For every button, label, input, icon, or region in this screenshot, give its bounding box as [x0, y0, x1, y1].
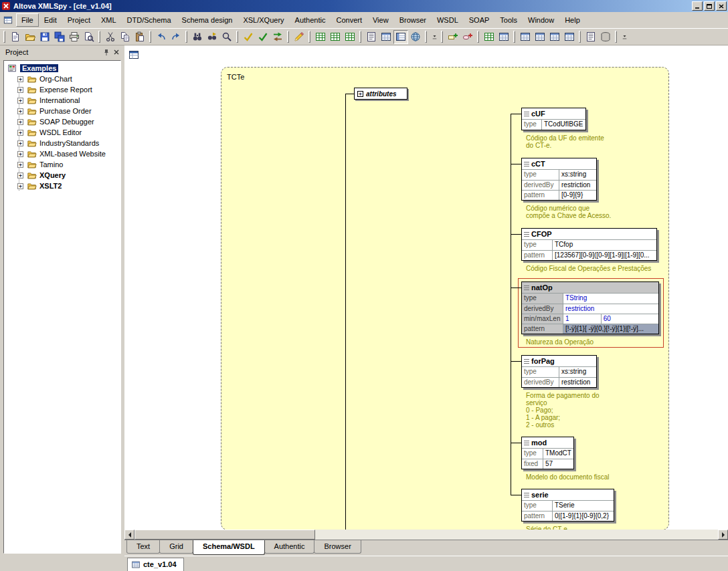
print-button[interactable] — [67, 30, 82, 44]
menu-xsl-xquery[interactable]: XSL/XQuery — [238, 13, 289, 27]
expand-grid-button[interactable] — [518, 30, 533, 44]
schema-view-button[interactable] — [393, 30, 408, 44]
tree-item-org-chart[interactable]: Org-Chart — [5, 74, 120, 84]
element-cUF[interactable]: cUFtypeTCodUfIBGE — [521, 108, 586, 130]
expand-icon[interactable] — [17, 119, 23, 125]
menu-convert[interactable]: Convert — [331, 13, 367, 27]
menu-wsdl[interactable]: WSDL — [432, 13, 464, 27]
close-panel-button[interactable] — [111, 47, 121, 57]
menu-xml[interactable]: XML — [96, 13, 122, 27]
browser-view-button[interactable] — [408, 30, 423, 44]
menu-schema-design[interactable]: Schema design — [177, 13, 238, 27]
add-element-button[interactable] — [446, 30, 460, 44]
expand-icon[interactable] — [17, 87, 23, 93]
horizontal-scrollbar[interactable] — [124, 530, 728, 540]
save-all-button[interactable] — [52, 30, 67, 44]
close-button[interactable] — [716, 1, 727, 11]
expand-icon[interactable] — [17, 140, 23, 146]
view-tab-browser[interactable]: Browser — [314, 540, 361, 554]
add-attribute-button[interactable] — [460, 30, 475, 44]
insert-row-button[interactable] — [313, 30, 328, 44]
element-cCT[interactable]: cCTtypexs:stringderivedByrestrictionpatt… — [521, 158, 597, 201]
element-CFOP[interactable]: CFOPtypeTCfoppattern[123567][0-9]([0-9][… — [521, 228, 657, 261]
expand-attributes-icon[interactable] — [357, 91, 363, 97]
schema-window-button[interactable] — [126, 47, 141, 62]
scrollbar-thumb[interactable] — [134, 530, 315, 540]
redo-button[interactable] — [169, 30, 183, 44]
collapse-grid-button[interactable] — [533, 30, 547, 44]
tree-item-xml-based-website[interactable]: XML-based Website — [5, 148, 120, 159]
menu-authentic[interactable]: Authentic — [290, 13, 331, 27]
toolbar-overflow-button[interactable] — [430, 30, 439, 44]
menu-window[interactable]: Window — [523, 13, 559, 27]
open-file-button[interactable] — [23, 30, 37, 44]
expand-icon[interactable] — [17, 173, 23, 179]
pin-button[interactable] — [101, 47, 111, 57]
text-view-button[interactable] — [364, 30, 379, 44]
append-row-button[interactable] — [328, 30, 343, 44]
tree-item-expense-report[interactable]: Expense Report — [5, 84, 120, 95]
menu-tools[interactable]: Tools — [494, 13, 523, 27]
paste-button[interactable] — [132, 30, 147, 44]
element-list-button[interactable] — [583, 30, 598, 44]
expand-icon[interactable] — [17, 98, 23, 104]
check-wellformed-button[interactable] — [241, 30, 256, 44]
tree-item-industrystandards[interactable]: IndustryStandards — [5, 138, 120, 148]
undo-button[interactable] — [154, 30, 169, 44]
insert-table-button[interactable] — [482, 30, 496, 44]
tree-item-international[interactable]: International — [5, 95, 120, 106]
spelling-button[interactable] — [292, 30, 306, 44]
element-natOp[interactable]: natOptypeTStringderivedByrestrictionmin/… — [521, 281, 659, 334]
minimize-button[interactable] — [692, 1, 703, 11]
project-root-item[interactable]: Examples — [5, 63, 120, 74]
print-preview-button[interactable] — [82, 30, 96, 44]
optimal-widths-button[interactable] — [562, 30, 577, 44]
toolbar-overflow-button[interactable] — [620, 30, 629, 44]
insert-column-button[interactable] — [343, 30, 357, 44]
tree-item-xquery[interactable]: XQuery — [5, 170, 120, 181]
new-file-button[interactable] — [8, 30, 23, 44]
grid-view-button[interactable] — [379, 30, 393, 44]
restore-button[interactable] — [704, 1, 715, 11]
tree-item-soap-debugger[interactable]: SOAP Debugger — [5, 116, 120, 127]
menu-file[interactable]: File — [16, 13, 39, 27]
expand-icon[interactable] — [17, 130, 23, 136]
menu-browser[interactable]: Browser — [394, 13, 432, 27]
replace-button[interactable] — [219, 30, 234, 44]
menu-help[interactable]: Help — [559, 13, 585, 27]
save-file-button[interactable] — [37, 30, 52, 44]
find-button[interactable] — [190, 30, 205, 44]
show-children-button[interactable] — [547, 30, 562, 44]
expand-icon[interactable] — [17, 108, 23, 114]
menu-edit[interactable]: Edit — [39, 13, 62, 27]
scroll-right-button[interactable] — [718, 530, 728, 540]
expand-icon[interactable] — [17, 183, 23, 189]
file-tab[interactable]: cte_v1.04 — [127, 558, 184, 571]
expand-icon[interactable] — [17, 151, 23, 157]
element-forPag[interactable]: forPagtypexs:stringderivedByrestriction — [521, 355, 597, 388]
scroll-left-button[interactable] — [124, 530, 134, 540]
view-tab-authentic[interactable]: Authentic — [264, 540, 315, 554]
menu-project[interactable]: Project — [62, 13, 96, 27]
element-mod[interactable]: modtypeTModCTfixed57 — [521, 437, 574, 469]
view-tab-text[interactable]: Text — [126, 540, 160, 554]
menu-view[interactable]: View — [367, 13, 394, 27]
copy-button[interactable] — [118, 30, 132, 44]
menu-dtd-schema[interactable]: DTD/Schema — [122, 13, 177, 27]
tree-item-wsdl-editor[interactable]: WSDL Editor — [5, 127, 120, 138]
cut-button[interactable] — [103, 30, 118, 44]
attributes-box[interactable]: attributes — [354, 88, 407, 100]
find-next-button[interactable] — [205, 30, 219, 44]
view-tab-schema-wsdl[interactable]: Schema/WSDL — [193, 540, 265, 555]
xsl-transform-button[interactable] — [270, 30, 285, 44]
database-import-button[interactable] — [598, 30, 613, 44]
tree-item-purchase-order[interactable]: Purchase Order — [5, 106, 120, 116]
element-serie[interactable]: serietypeTSeriepattern0|[1-9]{1}[0-9]{0,… — [521, 489, 614, 522]
menu-soap[interactable]: SOAP — [464, 13, 495, 27]
display-table-button[interactable] — [496, 30, 511, 44]
validate-button[interactable] — [256, 30, 270, 44]
view-tab-grid[interactable]: Grid — [159, 540, 193, 554]
tree-item-xslt2[interactable]: XSLT2 — [5, 181, 120, 191]
expand-icon[interactable] — [17, 76, 23, 82]
expand-icon[interactable] — [17, 162, 23, 168]
